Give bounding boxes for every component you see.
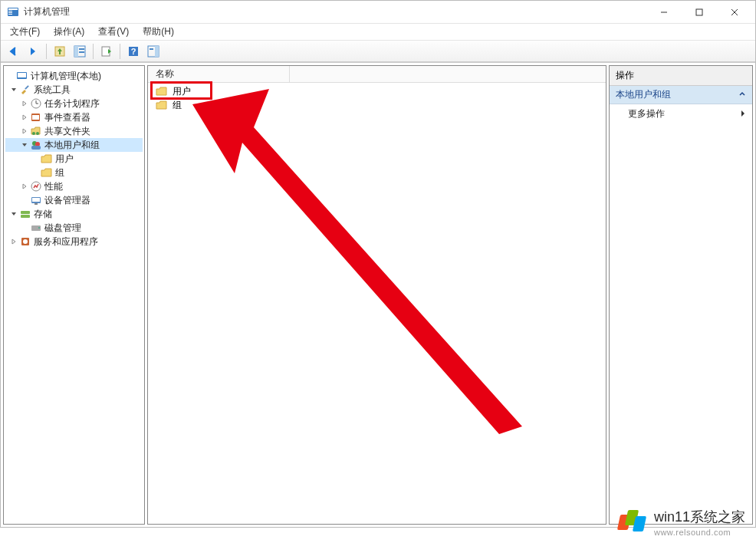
services-icon <box>19 235 31 248</box>
svg-rect-21 <box>18 73 26 77</box>
svg-point-40 <box>38 227 40 229</box>
tree-disk-management[interactable]: 磁盘管理 <box>5 221 143 235</box>
chevron-down-icon[interactable] <box>8 86 19 94</box>
svg-rect-11 <box>74 46 78 57</box>
tree-system-tools[interactable]: 系统工具 <box>5 83 143 97</box>
separator <box>120 44 120 59</box>
tree-label: 本地用户和组 <box>44 139 100 152</box>
svg-rect-13 <box>79 51 84 53</box>
svg-rect-27 <box>32 115 39 120</box>
svg-rect-1 <box>8 8 18 10</box>
actions-item-label: 更多操作 <box>628 107 665 120</box>
list-body: 用户 组 <box>148 83 606 524</box>
tree-label: 服务和应用程序 <box>34 235 98 248</box>
export-button[interactable] <box>97 42 116 61</box>
svg-rect-12 <box>79 48 84 50</box>
tree-label: 系统工具 <box>34 84 71 97</box>
svg-rect-18 <box>155 46 159 57</box>
actions-group-title[interactable]: 本地用户和组 <box>610 86 752 104</box>
tree-event-viewer[interactable]: 事件查看器 <box>5 110 143 124</box>
separator <box>46 44 47 59</box>
actions-more[interactable]: 更多操作 <box>610 104 752 123</box>
folder-icon <box>41 166 53 179</box>
chevron-down-icon[interactable] <box>8 210 19 218</box>
actions-header: 操作 <box>610 66 752 86</box>
tree-users[interactable]: 用户 <box>5 152 143 166</box>
menu-help[interactable]: 帮助(H) <box>136 24 180 40</box>
chevron-right-icon[interactable] <box>19 183 30 190</box>
help-button[interactable]: ? <box>124 42 143 61</box>
chevron-down-icon[interactable] <box>19 141 30 149</box>
svg-text:?: ? <box>131 47 136 56</box>
tree-device-manager[interactable]: 设备管理器 <box>5 193 143 207</box>
watermark-logo <box>619 508 646 536</box>
actions-group-label: 本地用户和组 <box>616 88 671 101</box>
show-hide-tree-button[interactable] <box>71 42 89 61</box>
menu-view[interactable]: 查看(V) <box>92 24 135 40</box>
forward-button[interactable] <box>24 42 42 61</box>
svg-rect-36 <box>35 203 38 205</box>
svg-rect-22 <box>25 85 29 90</box>
tree-label: 设备管理器 <box>44 194 90 207</box>
tree-label: 计算机管理(本地) <box>31 70 101 83</box>
app-icon <box>7 6 19 18</box>
titlebar: 计算机管理 <box>1 1 755 24</box>
tree-label: 存储 <box>34 208 52 221</box>
chevron-right-icon <box>740 109 746 120</box>
tree-label: 共享文件夹 <box>44 125 90 138</box>
menu-action[interactable]: 操作(A) <box>48 24 90 40</box>
event-icon <box>30 111 42 123</box>
watermark: win11系统之家 www.relsound.com <box>619 508 745 537</box>
tree-storage[interactable]: 存储 <box>5 207 143 221</box>
action-pane-button[interactable] <box>144 42 163 61</box>
svg-rect-2 <box>8 11 12 12</box>
collapse-icon[interactable] <box>738 90 746 100</box>
tree-label: 任务计划程序 <box>44 97 100 110</box>
svg-rect-32 <box>31 146 41 150</box>
menu-file[interactable]: 文件(F) <box>4 24 46 40</box>
computer-icon <box>16 70 28 82</box>
window-title: 计算机管理 <box>24 5 646 18</box>
actions-pane: 操作 本地用户和组 更多操作 <box>609 65 753 525</box>
tree-pane: 计算机管理(本地) 系统工具 任务计划程序 <box>3 65 145 525</box>
tree-local-users-groups[interactable]: 本地用户和组 <box>5 138 143 152</box>
svg-rect-35 <box>32 198 40 202</box>
watermark-url: www.relsound.com <box>654 528 745 537</box>
list-item[interactable]: 组 <box>148 98 606 112</box>
folder-icon <box>156 100 168 110</box>
tree-task-scheduler[interactable]: 任务计划程序 <box>5 97 143 110</box>
menubar: 文件(F) 操作(A) 查看(V) 帮助(H) <box>1 24 755 41</box>
tree-groups[interactable]: 组 <box>5 166 143 179</box>
shared-folder-icon <box>30 125 42 137</box>
svg-point-29 <box>36 132 39 135</box>
tree-performance[interactable]: 性能 <box>5 179 143 193</box>
column-name[interactable]: 名称 <box>156 66 290 82</box>
tree-shared-folders[interactable]: 共享文件夹 <box>5 124 143 138</box>
chevron-right-icon[interactable] <box>19 114 30 121</box>
list-header[interactable]: 名称 <box>148 66 606 83</box>
svg-rect-3 <box>8 12 12 13</box>
device-icon <box>30 194 42 206</box>
maximize-button[interactable] <box>682 1 717 24</box>
minimize-button[interactable] <box>646 1 682 24</box>
tree-label: 事件查看器 <box>44 111 90 124</box>
watermark-title: win11系统之家 <box>654 508 745 526</box>
tree-services-apps[interactable]: 服务和应用程序 <box>5 235 143 248</box>
tree-label: 性能 <box>44 180 63 193</box>
svg-point-28 <box>32 132 35 135</box>
close-button[interactable] <box>717 1 752 24</box>
chevron-right-icon[interactable] <box>8 238 19 245</box>
storage-icon <box>19 208 31 220</box>
window-controls <box>646 1 752 24</box>
chevron-right-icon[interactable] <box>19 127 30 135</box>
back-button[interactable] <box>4 42 22 61</box>
list-item[interactable]: 用户 <box>148 84 606 98</box>
list-item-label: 组 <box>173 99 182 112</box>
folder-icon <box>41 153 53 165</box>
chevron-right-icon[interactable] <box>19 100 30 107</box>
up-button[interactable] <box>51 42 69 61</box>
tree-root[interactable]: 计算机管理(本地) <box>5 69 143 83</box>
svg-rect-4 <box>8 14 12 15</box>
tools-icon <box>19 84 31 96</box>
svg-rect-37 <box>21 211 30 214</box>
